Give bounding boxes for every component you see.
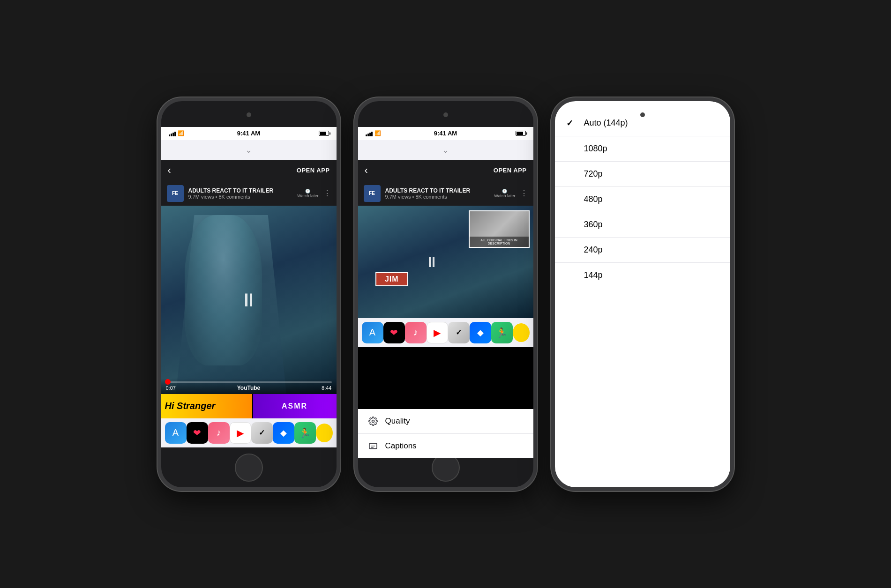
- battery-icon-2: [516, 131, 526, 136]
- thumbnail-preview-2: ALL ORIGINAL LINKS IN DESCRIPTION: [469, 210, 530, 248]
- video-info-row-2: FE ADULTS REACT TO IT TRAILER 9.7M views…: [358, 181, 533, 206]
- status-right-1: [319, 131, 329, 136]
- dock-music-2[interactable]: ♪: [405, 322, 427, 343]
- time-row-1: 0:07 YouTube 8:44: [166, 385, 332, 391]
- more-icon-1[interactable]: ⋮: [323, 189, 331, 198]
- captions-label: Captions: [385, 441, 417, 447]
- status-time-2: 9:41 AM: [434, 130, 457, 137]
- video-title-area-2: ADULTS REACT TO IT TRAILER 9.7M views • …: [385, 187, 491, 200]
- wifi-icon-2: 📶: [374, 130, 381, 136]
- battery-fill-2: [517, 132, 523, 135]
- dock-appstore-2[interactable]: A: [362, 322, 383, 343]
- name-tag-2: JIM: [375, 272, 408, 286]
- pause-icon-1[interactable]: ⏸: [240, 289, 258, 310]
- thumb-preview-bg: ALL ORIGINAL LINKS IN DESCRIPTION: [470, 211, 529, 247]
- dock-music-1[interactable]: ♪: [208, 422, 230, 444]
- youtube-logo-1: YouTube: [237, 385, 261, 391]
- thumb-text-1: Hi Stranger: [165, 401, 216, 411]
- status-left-2: 📶: [366, 130, 381, 136]
- clock-icon-2: 🕐: [502, 189, 507, 194]
- video-meta-2: 9.7M views • 8K comments: [385, 194, 491, 200]
- dock-2: A ❤ ♪ ▶ ✓ ◆ 🏃: [358, 318, 533, 347]
- share-bar-2: ⌄: [358, 140, 533, 160]
- phone-2-screen: 📶 9:41 AM ⌄ ‹ OPEN APP FE ADULTS REACT T…: [358, 127, 533, 447]
- home-button-1[interactable]: [235, 454, 263, 482]
- phone-1-screen: 📶 9:41 AM ⌄ ‹ OPEN APP FE ADULTS REACT T…: [161, 127, 337, 447]
- open-app-button-2[interactable]: OPEN APP: [494, 167, 527, 174]
- dock-yellow-1[interactable]: [316, 424, 333, 442]
- signal-icon: [169, 131, 176, 136]
- video-title-area-1: ADULTS REACT TO IT TRAILER 9.7M views • …: [188, 187, 294, 200]
- status-bar-1: 📶 9:41 AM: [161, 127, 337, 140]
- back-button-2[interactable]: ‹: [365, 164, 368, 177]
- gear-icon-2: [367, 416, 379, 427]
- video-title-1: ADULTS REACT TO IT TRAILER: [188, 187, 294, 194]
- dock-run-2[interactable]: 🏃: [491, 322, 513, 343]
- progress-fill-1: [166, 381, 168, 383]
- svg-point-0: [372, 420, 374, 422]
- signal-bar-3: [172, 133, 174, 136]
- time-total-1: 8:44: [322, 385, 331, 391]
- signal-bar-2-4: [371, 132, 373, 136]
- settings-menu-2: Quality Captions: [358, 409, 533, 447]
- cc-icon-2: [367, 440, 379, 447]
- dock-heart-1[interactable]: ❤: [187, 422, 208, 444]
- settings-captions-item[interactable]: Captions: [358, 434, 533, 447]
- progress-dot-1: [165, 379, 171, 385]
- dock-1: A ❤ ♪ ▶ ✓ ◆ 🏃: [161, 418, 337, 447]
- watch-later-2[interactable]: 🕐 Watch later: [494, 189, 515, 198]
- thumb-preview-text: ALL ORIGINAL LINKS IN DESCRIPTION: [470, 237, 529, 247]
- back-button-1[interactable]: ‹: [168, 164, 171, 177]
- quality-menu-3: ✓Auto (144p)1080p720p480p360p240p144p: [555, 127, 730, 447]
- quality-check-0: ✓: [566, 127, 577, 128]
- signal-bar-2-2: [367, 134, 369, 136]
- quality-item-6[interactable]: 144p: [555, 263, 730, 288]
- status-time-1: 9:41 AM: [237, 130, 260, 137]
- quality-label-5: 240p: [584, 245, 603, 255]
- quality-label: Quality: [385, 417, 410, 426]
- open-app-button-1[interactable]: OPEN APP: [297, 167, 330, 174]
- settings-quality-item[interactable]: Quality: [358, 409, 533, 434]
- dock-run-1[interactable]: 🏃: [294, 422, 316, 444]
- watch-later-label-2: Watch later: [494, 194, 515, 198]
- video-actions-1: 🕐 Watch later ⋮: [297, 189, 330, 198]
- dock-dropbox-2[interactable]: ◆: [470, 322, 491, 343]
- status-bar-2: 📶 9:41 AM: [358, 127, 533, 140]
- quality-item-0[interactable]: ✓Auto (144p): [555, 127, 730, 136]
- signal-bar-1: [169, 134, 170, 136]
- channel-avatar-2: FE: [364, 185, 381, 202]
- video-controls-1: 0:07 YouTube 8:44: [161, 379, 337, 394]
- signal-bar-2-1: [366, 134, 367, 136]
- chevron-down-icon-2: ⌄: [442, 145, 449, 155]
- battery-icon-1: [319, 131, 329, 136]
- quality-item-2[interactable]: 720p: [555, 162, 730, 187]
- watch-later-1[interactable]: 🕐 Watch later: [297, 189, 318, 198]
- svg-rect-1: [369, 443, 377, 447]
- dock-yellow-2[interactable]: [513, 323, 530, 342]
- more-icon-2[interactable]: ⋮: [520, 189, 528, 198]
- progress-bar-1[interactable]: [166, 381, 332, 383]
- dock-dropbox-1[interactable]: ◆: [273, 422, 294, 444]
- quality-label-4: 360p: [584, 220, 603, 230]
- app-bar-1: ‹ OPEN APP: [161, 160, 337, 181]
- dock-youtube-1[interactable]: ▶: [230, 422, 251, 444]
- dock-youtube-2[interactable]: ▶: [427, 322, 448, 343]
- video-player-1[interactable]: ⏸ 0:07 YouTube 8:44: [161, 206, 337, 394]
- thumbnails-strip-1: Hi Stranger ASMR: [161, 394, 337, 418]
- quality-label-0: Auto (144p): [584, 127, 628, 128]
- dock-heart-2[interactable]: ❤: [383, 322, 405, 343]
- thumb-2: ASMR: [253, 394, 337, 418]
- quality-item-3[interactable]: 480p: [555, 187, 730, 212]
- dock-nike-1[interactable]: ✓: [251, 422, 273, 444]
- signal-bar-4: [174, 132, 176, 136]
- phone-2: 📶 9:41 AM ⌄ ‹ OPEN APP FE ADULTS REACT T…: [354, 97, 537, 491]
- pause-icon-2[interactable]: ⏸: [424, 253, 439, 270]
- phone-3: 📶 9:41 AM ⌄ ‹ OPEN APP: [551, 97, 734, 491]
- quality-label-3: 480p: [584, 194, 603, 204]
- video-player-2[interactable]: JIM ALL ORIGINAL LINKS IN DESCRIPTION ⏸: [358, 206, 533, 318]
- quality-item-4[interactable]: 360p: [555, 212, 730, 238]
- dock-appstore-1[interactable]: A: [165, 422, 187, 444]
- quality-item-5[interactable]: 240p: [555, 238, 730, 263]
- quality-item-1[interactable]: 1080p: [555, 136, 730, 162]
- dock-nike-2[interactable]: ✓: [448, 322, 470, 343]
